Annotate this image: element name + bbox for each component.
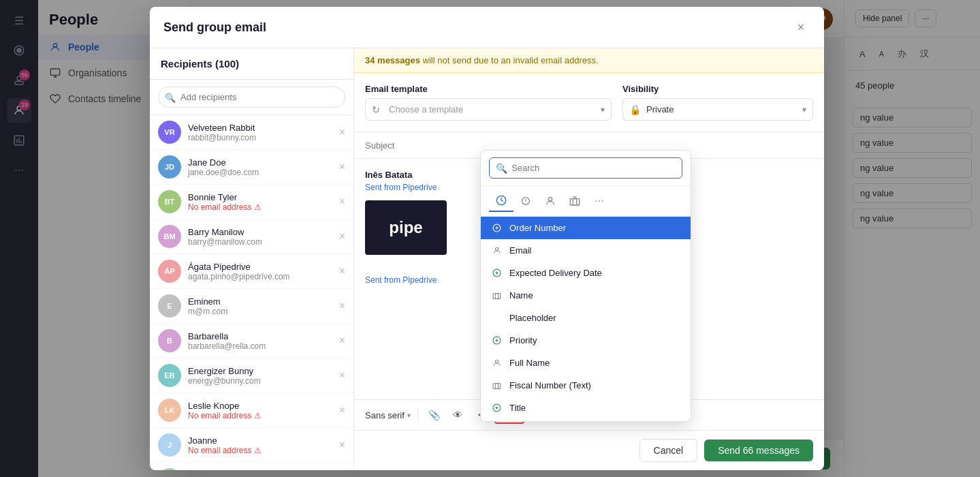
recipients-list: VR Velveteen Rabbit rabbit@bunny.com × J…: [150, 115, 353, 470]
recipient-name: Jane Doe: [188, 157, 332, 168]
recipient-email: agata.pinho@pipedrive.com: [188, 272, 332, 281]
dropdown-item-label: Fiscal Number (Text): [509, 380, 591, 390]
dropdown-tabs: ···: [481, 186, 691, 217]
dropdown-item-full-name[interactable]: Full Name: [481, 352, 691, 374]
list-item: EB Energizer Bunny energy@bunny.com ×: [150, 358, 353, 393]
remove-recipient-button[interactable]: ×: [339, 265, 345, 277]
recipient-name: Velveteen Rabbit: [188, 123, 332, 133]
avatar: JD: [158, 155, 181, 179]
dropdown-search-icon: 🔍: [496, 163, 507, 174]
avatar: VR: [158, 121, 181, 144]
dropdown-item-delivery-date[interactable]: Expected Delivery Date: [481, 262, 691, 284]
attachment-icon[interactable]: 📎: [425, 405, 444, 425]
recipient-name: Energizer Bunny: [188, 366, 332, 376]
svg-rect-37: [493, 384, 501, 389]
dropdown-item-order-number[interactable]: Order Number: [481, 217, 691, 239]
remove-recipient-button[interactable]: ×: [339, 369, 345, 382]
dropdown-item-first-name[interactable]: First Name: [481, 419, 691, 421]
font-selector[interactable]: Sans serif ▾: [365, 410, 411, 420]
tab-more[interactable]: ···: [587, 190, 612, 212]
recipients-header: Recipients (100): [150, 48, 353, 80]
list-item: JD Jane Doe jane.doe@doe.com ×: [150, 150, 353, 185]
template-select-wrap: ↻ Choose a template ▾: [365, 98, 612, 121]
remove-recipient-button[interactable]: ×: [339, 161, 345, 173]
remove-recipient-button[interactable]: ×: [339, 196, 345, 208]
remove-recipient-button[interactable]: ×: [339, 230, 345, 243]
template-refresh-icon: ↻: [372, 104, 380, 115]
dropdown-item-label: Title: [509, 403, 526, 413]
recipient-info: Leslie Knope No email address ⚠: [188, 401, 332, 420]
recipient-email: m@m.com: [188, 307, 332, 316]
visibility-group: Visibility 🔒 Private ▾: [622, 84, 813, 121]
recipient-info: Barry Manilow barry@manilow.com: [188, 227, 332, 247]
recipient-info: Energizer Bunny energy@bunny.com: [188, 366, 332, 386]
warning-bar: 34 messages will not send due to an inva…: [354, 48, 824, 73]
dropdown-item-name[interactable]: Name: [481, 284, 691, 307]
modal-header: Send group email ×: [150, 7, 824, 48]
dropdown-item-label: Expected Delivery Date: [509, 268, 602, 278]
avatar: BT: [158, 190, 181, 213]
recipient-info: Bud Abbot babbott@oceanica.com: [188, 470, 332, 471]
dropdown-item-fiscal-number[interactable]: Fiscal Number (Text): [481, 374, 691, 397]
dropdown-search-area: 🔍: [481, 151, 691, 186]
list-item: BM Barry Manilow barry@manilow.com ×: [150, 219, 353, 254]
recipient-name: Bonnie Tyler: [188, 192, 332, 202]
remove-recipient-button[interactable]: ×: [339, 335, 345, 347]
search-input-wrap: 🔍: [158, 87, 345, 108]
send-messages-button[interactable]: Send 66 messages: [704, 440, 813, 461]
tab-org[interactable]: [563, 190, 587, 212]
template-select[interactable]: Choose a template: [365, 98, 612, 121]
preview-icon[interactable]: 👁: [448, 405, 467, 425]
dropdown-search-input[interactable]: [489, 157, 682, 179]
template-label: Email template: [365, 84, 612, 94]
search-icon: 🔍: [165, 92, 176, 102]
tab-recent[interactable]: [489, 190, 513, 212]
dropdown-item-placeholder[interactable]: Placeholder: [481, 307, 691, 329]
dropdown-item-priority[interactable]: Priority: [481, 329, 691, 352]
tab-person[interactable]: [538, 190, 563, 212]
avatar: J: [158, 433, 181, 457]
visibility-select-wrap: 🔒 Private ▾: [622, 98, 813, 121]
svg-point-28: [495, 247, 498, 250]
recipient-name: Bud Abbot: [188, 470, 332, 471]
warning-icon: ⚠: [254, 411, 262, 420]
remove-recipient-button[interactable]: ×: [339, 404, 345, 416]
email-form: Email template ↻ Choose a template ▾ Vis…: [354, 73, 824, 132]
svg-rect-32: [493, 294, 501, 299]
recipient-no-email: No email address ⚠: [188, 202, 332, 212]
recipient-email: barbarella@rella.com: [188, 341, 332, 351]
tab-deals[interactable]: [513, 190, 538, 212]
warning-text: will not send due to an invalid email ad…: [423, 55, 599, 65]
dropdown-items-list: Order Number Email Expected Delivery Dat…: [481, 217, 691, 421]
search-input[interactable]: [158, 87, 345, 108]
cancel-button[interactable]: Cancel: [639, 439, 698, 462]
template-group: Email template ↻ Choose a template ▾: [365, 84, 612, 121]
email-banner-image: pipe: [365, 200, 447, 255]
visibility-select[interactable]: Private: [622, 98, 813, 121]
remove-recipient-button[interactable]: ×: [339, 300, 345, 312]
svg-point-36: [495, 360, 498, 363]
list-item: ÁP Ágata Pipedrive agata.pinho@pipedrive…: [150, 254, 353, 289]
recipient-name: Ágata Pipedrive: [188, 262, 332, 272]
person-icon: [490, 246, 503, 255]
warning-icon: ⚠: [254, 446, 262, 455]
avatar: BM: [158, 225, 181, 248]
dollar-icon: [490, 268, 503, 277]
subject-input[interactable]: [365, 140, 813, 151]
recipients-search-area: 🔍: [150, 80, 353, 115]
warning-icon: ⚠: [254, 202, 262, 212]
dropdown-search-wrap: 🔍: [489, 157, 682, 179]
warning-bold: 34 messages: [365, 55, 420, 65]
dropdown-item-title[interactable]: Title: [481, 397, 691, 419]
remove-recipient-button[interactable]: ×: [339, 439, 345, 451]
recipient-email: energy@bunny.com: [188, 376, 332, 386]
svg-rect-22: [570, 199, 579, 205]
dropdown-item-label: Priority: [509, 335, 537, 345]
dollar-icon: [490, 403, 503, 412]
dropdown-item-email[interactable]: Email: [481, 239, 691, 262]
remove-recipient-button[interactable]: ×: [339, 126, 345, 138]
avatar: BA: [158, 468, 181, 470]
modal-footer: Cancel Send 66 messages: [354, 430, 824, 470]
modal-close-button[interactable]: ×: [791, 18, 810, 37]
template-dropdown: 🔍 ··· Order Number E: [480, 150, 691, 422]
